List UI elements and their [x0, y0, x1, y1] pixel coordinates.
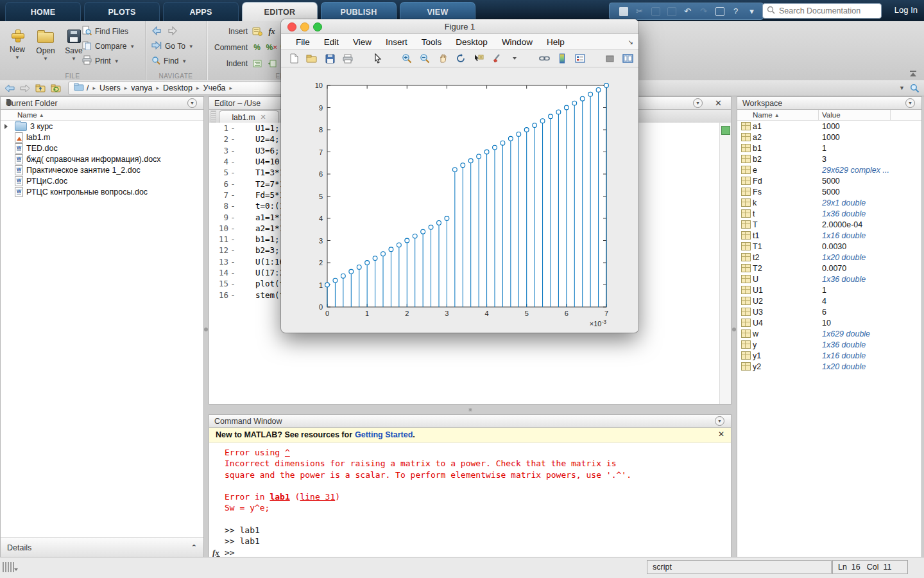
search-input[interactable] [778, 6, 884, 16]
figure-menu-edit[interactable]: Edit [317, 37, 346, 47]
workspace-variable-row[interactable]: Fs5000 [737, 186, 921, 197]
file-row[interactable]: lab1.m [1, 132, 203, 143]
workspace-variable-row[interactable]: U36 [737, 306, 921, 317]
error-link[interactable]: ^ [285, 448, 290, 457]
workspace-variable-row[interactable]: T2.0000e-04 [737, 219, 921, 230]
workspace-column-header[interactable]: Name▲ Value [737, 110, 921, 121]
getting-started-link[interactable]: Getting Started [355, 430, 413, 439]
path-dropdown-caret[interactable]: ▼ [899, 85, 905, 91]
details-bar[interactable]: Details ⌃ [1, 538, 203, 557]
new-doc-icon[interactable] [287, 52, 300, 65]
insert-legend-icon[interactable] [574, 52, 586, 65]
breadcrumb-item-3[interactable]: Desktop [163, 83, 193, 92]
pan-hand-icon[interactable] [436, 52, 449, 65]
close-button[interactable] [287, 22, 296, 31]
figure-titlebar[interactable]: Figure 1 [281, 19, 638, 34]
brush-caret-icon[interactable] [508, 52, 521, 65]
left-splitter-handle[interactable] [204, 328, 208, 331]
smart-indent-icon[interactable] [252, 58, 262, 69]
indent-right-icon[interactable] [266, 58, 277, 69]
nav-back-icon[interactable] [4, 83, 15, 93]
file-row[interactable]: РТЦС контрольные вопросы.doc [1, 186, 203, 197]
workspace-variable-row[interactable]: T10.0030 [737, 241, 921, 252]
figure-menu-insert[interactable]: Insert [379, 37, 415, 47]
uncomment-icon[interactable]: %✕ [266, 42, 277, 53]
undo-icon[interactable]: ↶ [683, 6, 692, 16]
window-icon[interactable] [715, 6, 724, 16]
new-button[interactable]: New ▼ [5, 25, 30, 71]
find-button[interactable]: Find ▼ [151, 56, 194, 66]
error-link[interactable]: line 31 [300, 492, 335, 502]
workspace-variable-row[interactable]: U1x36 double [737, 274, 921, 285]
figure-window[interactable]: Figure 1 FileEditViewInsertToolsDesktopW… [281, 19, 638, 333]
workspace-variable-row[interactable]: a11000 [737, 121, 921, 132]
breadcrumb-item-0[interactable]: / [87, 83, 89, 92]
workspace-variable-row[interactable]: b23 [737, 153, 921, 164]
editor-tab-lab1[interactable]: lab1.m ✕ [219, 110, 279, 123]
login-button[interactable]: Log In [894, 5, 918, 15]
figure-menu-help[interactable]: Help [540, 37, 572, 47]
hide-plot-tools-icon[interactable] [603, 52, 616, 65]
figure-menu-file[interactable]: File [289, 37, 317, 47]
rotate-3d-icon[interactable] [454, 52, 467, 65]
figure-menu-window[interactable]: Window [495, 37, 540, 47]
breadcrumb-item-4[interactable]: Учеба [203, 83, 225, 92]
tab-drag-handle[interactable] [210, 110, 216, 123]
workspace-variable-row[interactable]: y11x16 double [737, 350, 921, 361]
figure-menu-desktop[interactable]: Desktop [449, 37, 495, 47]
copy-icon[interactable] [651, 6, 660, 16]
figure-menu-view[interactable]: View [346, 37, 379, 47]
workspace-variable-row[interactable]: a21000 [737, 132, 921, 143]
ribbon-tab-apps[interactable]: APPS [163, 2, 239, 22]
insert-section-icon[interactable] [252, 26, 262, 37]
up-one-level-icon[interactable] [35, 83, 46, 93]
workspace-variable-row[interactable]: w1x629 double [737, 328, 921, 339]
workspace-variable-row[interactable]: Fd5000 [737, 175, 921, 186]
zoom-button[interactable] [313, 22, 322, 31]
workspace-variable-row[interactable]: y21x20 double [737, 361, 921, 372]
banner-close-icon[interactable]: ✕ [718, 430, 724, 439]
data-cursor-icon[interactable] [472, 52, 485, 65]
insert-function-icon[interactable]: fx [266, 26, 277, 37]
back-arrow-icon[interactable] [151, 26, 163, 37]
figure-menu-tools[interactable]: Tools [415, 37, 449, 47]
save-icon[interactable] [619, 6, 628, 16]
workspace-variable-row[interactable]: t21x20 double [737, 252, 921, 263]
link-plots-icon[interactable] [538, 52, 551, 65]
workspace-variable-row[interactable]: U11 [737, 285, 921, 295]
cut-icon[interactable]: ✂ [635, 6, 644, 16]
ribbon-tab-plots[interactable]: PLOTS [84, 2, 160, 22]
workspace-variable-row[interactable]: U24 [737, 295, 921, 306]
file-row[interactable]: РТЦиС.doc [1, 175, 203, 186]
print-button[interactable]: Print ▼ [82, 56, 135, 66]
insert-colorbar-icon[interactable] [556, 52, 569, 65]
goto-button[interactable]: Go To ▼ [151, 41, 194, 51]
zoom-out-icon[interactable] [418, 52, 431, 65]
workspace-variable-row[interactable]: y1x36 double [737, 339, 921, 350]
workspace-variable-row[interactable]: T20.0070 [737, 263, 921, 274]
breadcrumb-item-2[interactable]: vanya [131, 83, 152, 92]
pointer-icon[interactable] [371, 52, 384, 65]
show-plot-tools-icon[interactable] [621, 52, 634, 65]
file-row[interactable]: Практическое занятие 1_2.doc [1, 164, 203, 175]
file-row[interactable]: 3 курс [1, 121, 203, 132]
minimize-button[interactable] [300, 22, 309, 31]
file-row[interactable]: бжд( справочная информация).docx [1, 153, 203, 164]
zoom-in-icon[interactable] [400, 52, 413, 65]
code-analyzer-ok-indicator[interactable] [721, 126, 730, 135]
path-search-icon[interactable] [909, 83, 920, 93]
editor-menu-icon[interactable]: ▼ [693, 98, 703, 108]
comment-percent-icon[interactable]: % [252, 42, 262, 53]
workspace-variable-row[interactable]: U410 [737, 317, 921, 328]
file-row[interactable]: TED.doc [1, 143, 203, 153]
command-window-menu-icon[interactable]: ▼ [715, 416, 724, 426]
workspace-variable-row[interactable]: t1x36 double [737, 208, 921, 219]
open-button[interactable]: Open ▼ [33, 25, 58, 71]
command-output[interactable]: Error using ^ Incorrect dimensions for r… [209, 442, 731, 557]
nav-forward-icon[interactable] [19, 83, 31, 93]
compare-button[interactable]: Compare ▼ [82, 41, 135, 51]
browse-folder-icon[interactable] [50, 83, 62, 93]
ribbon-tab-home[interactable]: HOME [5, 2, 81, 22]
statusbar-grip-icon[interactable] [3, 562, 14, 572]
editor-close-icon[interactable]: ✕ [715, 98, 722, 108]
